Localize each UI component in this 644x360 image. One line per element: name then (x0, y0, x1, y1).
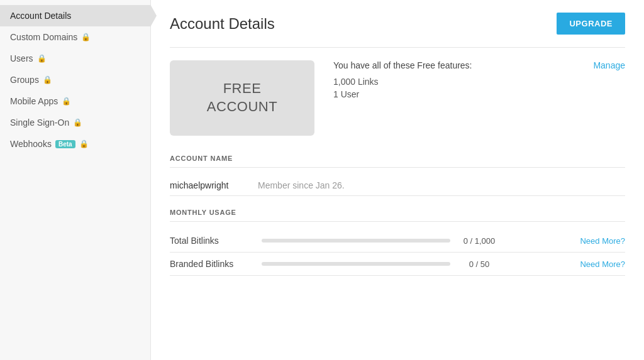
usage-count: 0 / 1,000 (460, 236, 498, 246)
page-title: Account Details (170, 15, 275, 33)
sidebar-item-account-details[interactable]: Account Details (0, 5, 150, 26)
need-more-link[interactable]: Need More? (580, 236, 625, 246)
member-since: Member since Jan 26. (258, 180, 345, 190)
main-content: Account Details UPGRADE FREE ACCOUNT You… (151, 0, 644, 360)
lock-icon: 🔒 (62, 97, 71, 106)
account-name-section-label: ACCOUNT NAME (170, 155, 625, 162)
usage-row: Branded Bitlinks0 / 50Need More? (170, 253, 625, 276)
usage-bar-wrap (262, 239, 450, 243)
sidebar-item-mobile-apps[interactable]: Mobile Apps🔒 (0, 90, 150, 112)
usage-bar-wrap (262, 262, 450, 266)
manage-link[interactable]: Manage (593, 60, 625, 70)
lock-icon: 🔒 (37, 54, 47, 63)
feature-item: 1 User (333, 89, 472, 99)
usage-divider (170, 221, 625, 222)
usage-row-label: Branded Bitlinks (170, 259, 252, 269)
main-header: Account Details UPGRADE (170, 13, 625, 35)
lock-icon: 🔒 (43, 75, 52, 84)
lock-icon: 🔒 (79, 139, 89, 148)
free-account-label: FREE ACCOUNT (207, 80, 277, 116)
free-account-card: FREE ACCOUNT (170, 60, 314, 136)
usage-row-label: Total Bitlinks (170, 236, 252, 246)
feature-list: 1,000 Links1 User (333, 77, 472, 99)
lock-icon: 🔒 (81, 33, 91, 41)
sidebar-item-users[interactable]: Users🔒 (0, 48, 150, 69)
sidebar-item-custom-domains[interactable]: Custom Domains🔒 (0, 26, 150, 48)
free-features-header: You have all of these Free features: 1,0… (333, 60, 625, 102)
beta-badge: Beta (55, 140, 75, 148)
monthly-usage-section: MONTHLY USAGE Total Bitlinks0 / 1,000Nee… (170, 209, 625, 276)
free-features: You have all of these Free features: 1,0… (333, 60, 625, 102)
usage-rows: Total Bitlinks0 / 1,000Need More?Branded… (170, 229, 625, 276)
usage-count: 0 / 50 (460, 259, 498, 269)
free-label-line2: ACCOUNT (207, 98, 277, 116)
lock-icon: 🔒 (73, 118, 82, 127)
sidebar-item-webhooks[interactable]: WebhooksBeta🔒 (0, 133, 150, 155)
header-divider (170, 47, 625, 48)
need-more-link[interactable]: Need More? (580, 259, 625, 269)
free-label-line1: FREE (207, 80, 277, 98)
sidebar-item-label: Webhooks (10, 139, 52, 149)
free-features-title: You have all of these Free features: (333, 60, 472, 70)
account-username: michaelpwright (170, 180, 258, 190)
sidebar: Account DetailsCustom Domains🔒Users🔒Grou… (0, 0, 151, 360)
sidebar-item-label: Mobile Apps (10, 96, 58, 106)
sidebar-item-single-sign-on[interactable]: Single Sign-On🔒 (0, 112, 150, 133)
sidebar-item-label: Custom Domains (10, 32, 77, 42)
account-row: michaelpwright Member since Jan 26. (170, 175, 625, 196)
account-name-section: ACCOUNT NAME michaelpwright Member since… (170, 155, 625, 196)
usage-row: Total Bitlinks0 / 1,000Need More? (170, 229, 625, 253)
sidebar-item-label: Single Sign-On (10, 117, 69, 128)
sidebar-item-label: Account Details (10, 11, 71, 21)
account-card-section: FREE ACCOUNT You have all of these Free … (170, 60, 625, 136)
sidebar-item-label: Users (10, 53, 33, 63)
sidebar-item-label: Groups (10, 75, 39, 85)
feature-item: 1,000 Links (333, 77, 472, 87)
upgrade-button[interactable]: UPGRADE (557, 13, 625, 35)
sidebar-item-groups[interactable]: Groups🔒 (0, 69, 150, 90)
monthly-usage-label: MONTHLY USAGE (170, 209, 625, 216)
account-name-divider (170, 167, 625, 168)
